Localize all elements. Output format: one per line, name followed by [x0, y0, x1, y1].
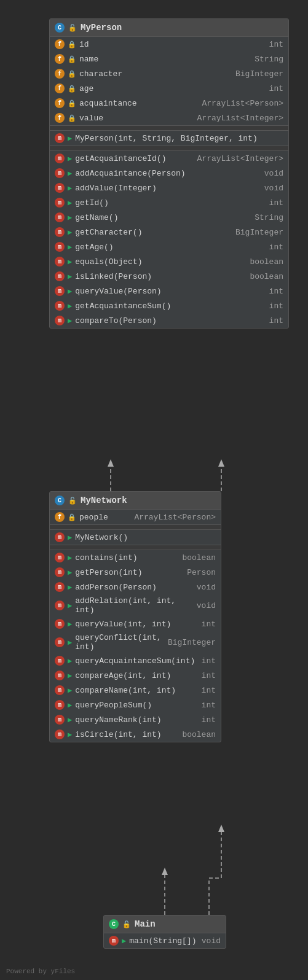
myperson-methods-section: m ▶ getAcquaintanceId() ArrayList<Intege… [50, 151, 288, 328]
method-isLinked[interactable]: m ▶ isLinked(Person) boolean [50, 269, 288, 284]
field-type: BigInteger [235, 69, 283, 79]
method-type: boolean [250, 257, 283, 266]
method-queryAcquaintanceSum[interactable]: m ▶ queryAcquaintanceSum(int) int [50, 653, 221, 668]
method-type: int [269, 198, 283, 208]
field-badge-f: f [55, 84, 65, 93]
green-arrow-icon: ▶ [68, 228, 72, 237]
method-getName[interactable]: m ▶ getName() String [50, 210, 288, 225]
method-badge-m: m [55, 154, 65, 163]
field-badge-f: f [55, 113, 65, 123]
method-type: int [202, 671, 216, 680]
method-type: void [264, 184, 283, 193]
method-main[interactable]: m ▶ main(String[]) void [104, 933, 226, 948]
main-class-box: C 🔓 Main m ▶ main(String[]) void [103, 915, 226, 949]
method-type: Person [187, 568, 216, 577]
green-arrow-icon: ▶ [68, 316, 72, 325]
myperson-field-age[interactable]: f 🔒 age int [50, 81, 288, 96]
field-badge-f: f [55, 54, 65, 64]
field-type: String [255, 55, 283, 64]
method-type: int [269, 316, 283, 325]
field-type: int [269, 40, 283, 49]
green-arrow-icon: ▶ [68, 134, 72, 143]
method-compareName[interactable]: m ▶ compareName(int, int) int [50, 683, 221, 698]
green-arrow-icon: ▶ [68, 701, 72, 710]
method-equals[interactable]: m ▶ equals(Object) boolean [50, 254, 288, 269]
method-queryConflict[interactable]: m ▶ queryConflict(int, int) BigInteger [50, 631, 221, 653]
method-name: getCharacter() [75, 228, 232, 237]
method-type: boolean [250, 272, 283, 281]
method-queryValue-net[interactable]: m ▶ queryValue(int, int) int [50, 616, 221, 631]
separator [50, 545, 221, 550]
method-name: compareName(int, int) [75, 686, 198, 695]
myperson-field-character[interactable]: f 🔒 character BigInteger [50, 66, 288, 81]
method-isCircle[interactable]: m ▶ isCircle(int, int) boolean [50, 727, 221, 742]
main-class-badge: C [109, 919, 119, 929]
method-badge-m: m [55, 168, 65, 178]
green-arrow-icon: ▶ [68, 272, 72, 281]
method-queryValue[interactable]: m ▶ queryValue(Person) int [50, 284, 288, 298]
myperson-field-value[interactable]: f 🔒 value ArrayList<Integer> [50, 111, 288, 125]
method-compareTo[interactable]: m ▶ compareTo(Person) int [50, 313, 288, 328]
method-getAcquaintanceSum[interactable]: m ▶ getAcquaintanceSum() int [50, 298, 288, 313]
lock-icon: 🔒 [68, 55, 76, 63]
field-badge-f: f [55, 69, 65, 79]
method-badge-m: m [55, 582, 65, 592]
method-badge-m: m [55, 301, 65, 311]
method-name: queryConflict(int, int) [75, 633, 165, 651]
lock-icon: 🔒 [68, 84, 76, 93]
green-arrow-icon: ▶ [68, 184, 72, 193]
mynetwork-fields-section: f 🔒 people ArrayList<Person> [50, 510, 221, 525]
green-arrow-icon: ▶ [68, 620, 72, 629]
method-type: int [202, 686, 216, 695]
method-badge-m: m [55, 567, 65, 577]
method-getAcquaintanceId[interactable]: m ▶ getAcquaintanceId() ArrayList<Intege… [50, 151, 288, 166]
green-arrow-icon: ▶ [122, 936, 126, 946]
method-type: void [197, 601, 216, 610]
method-type: int [202, 656, 216, 666]
method-name: queryAcquaintanceSum(int) [75, 656, 198, 666]
method-name: getName() [75, 213, 251, 222]
field-badge-f: f [55, 39, 65, 49]
method-addAcquaintance[interactable]: m ▶ addAcquaintance(Person) void [50, 166, 288, 181]
method-type: ArrayList<Integer> [197, 154, 283, 163]
method-getCharacter[interactable]: m ▶ getCharacter() BigInteger [50, 225, 288, 239]
method-queryNameRank[interactable]: m ▶ queryNameRank(int) int [50, 712, 221, 727]
lock-icon: 🔒 [68, 69, 76, 78]
field-type: ArrayList<Person> [202, 99, 283, 108]
method-type: BigInteger [168, 638, 216, 647]
myperson-field-id[interactable]: f 🔒 id int [50, 37, 288, 52]
method-contains[interactable]: m ▶ contains(int) boolean [50, 550, 221, 565]
green-arrow-icon: ▶ [68, 686, 72, 695]
method-getId[interactable]: m ▶ getId() int [50, 195, 288, 210]
method-badge-m: m [55, 685, 65, 695]
method-compareAge[interactable]: m ▶ compareAge(int, int) int [50, 668, 221, 683]
mynetwork-constructor[interactable]: m ▶ MyNetwork() [50, 530, 221, 545]
method-badge-m: m [55, 212, 65, 222]
method-getAge[interactable]: m ▶ getAge() int [50, 239, 288, 254]
myperson-constructors-section: m ▶ MyPerson(int, String, BigInteger, in… [50, 131, 288, 146]
method-getPerson[interactable]: m ▶ getPerson(int) Person [50, 565, 221, 580]
method-name: isCircle(int, int) [75, 730, 179, 739]
constructor-name: MyPerson(int, String, BigInteger, int) [75, 134, 283, 143]
green-arrow-icon: ▶ [68, 568, 72, 577]
method-badge-m: m [55, 729, 65, 739]
method-badge-m: m [55, 242, 65, 252]
myperson-class-badge: C [55, 23, 65, 33]
myperson-field-acquaintance[interactable]: f 🔒 acquaintance ArrayList<Person> [50, 96, 288, 111]
method-name: equals(Object) [75, 257, 247, 266]
method-addValue[interactable]: m ▶ addValue(Integer) void [50, 181, 288, 195]
myperson-field-name[interactable]: f 🔒 name String [50, 52, 288, 66]
method-name: addPerson(Person) [75, 583, 194, 592]
field-name: name [79, 55, 251, 64]
method-type: boolean [182, 730, 216, 739]
mynetwork-field-people[interactable]: f 🔒 people ArrayList<Person> [50, 510, 221, 524]
method-name: getAcquaintanceSum() [75, 301, 266, 311]
method-queryPeopleSum[interactable]: m ▶ queryPeopleSum() int [50, 698, 221, 712]
method-addPerson[interactable]: m ▶ addPerson(Person) void [50, 580, 221, 594]
main-title: Main [135, 919, 156, 929]
green-arrow-icon: ▶ [68, 715, 72, 725]
method-addRelation[interactable]: m ▶ addRelation(int, int, int) void [50, 594, 221, 616]
myperson-constructor[interactable]: m ▶ MyPerson(int, String, BigInteger, in… [50, 131, 288, 146]
method-badge-m: m [55, 637, 65, 647]
method-badge-m: m [55, 198, 65, 208]
